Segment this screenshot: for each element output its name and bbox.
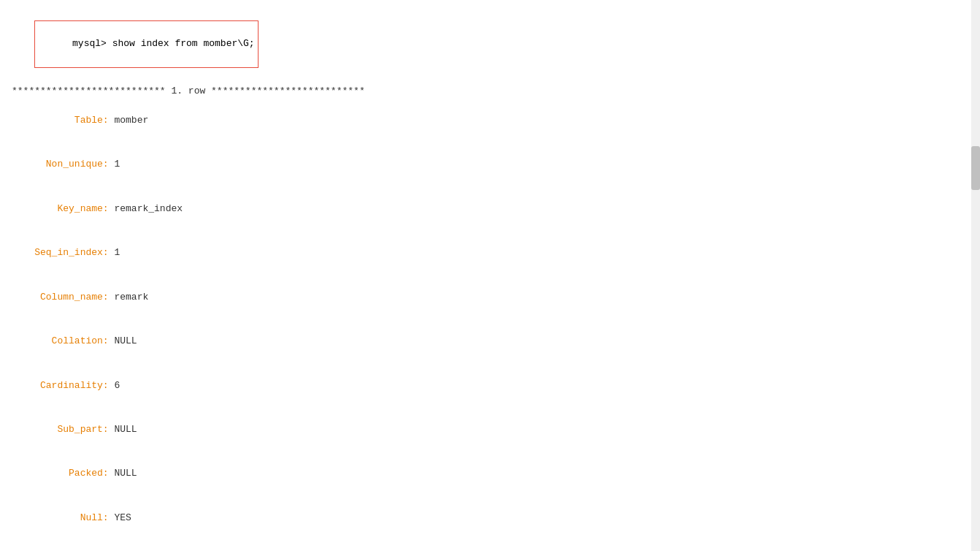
field-value-collation: NULL	[109, 335, 137, 346]
scrollbar-thumb[interactable]	[971, 146, 980, 190]
field-label-null: Null:	[34, 512, 108, 523]
field-value-subpart: NULL	[109, 424, 137, 435]
field-label-columnname: Column_name:	[34, 292, 108, 303]
field-label-keyname: Key_name:	[34, 203, 108, 214]
field-nonunique: Non_unique: 1	[12, 142, 968, 186]
command-text-1: mysql> show index from momber\G;	[72, 38, 255, 49]
field-label-nonunique: Non_unique:	[34, 159, 108, 170]
field-packed: Packed: NULL	[12, 452, 968, 495]
field-value-packed: NULL	[109, 468, 137, 479]
field-value-nonunique: 1	[109, 159, 120, 170]
field-label-packed: Packed:	[34, 468, 108, 479]
terminal-window: mysql> show index from momber\G; *******…	[0, 0, 980, 551]
field-cardinality: Cardinality: 6	[12, 363, 968, 407]
field-keyname: Key_name: remark_index	[12, 187, 968, 231]
field-label-seqinindex: Seq_in_index:	[34, 247, 108, 258]
field-value-columnname: remark	[109, 292, 149, 303]
field-label-subpart: Sub_part:	[34, 424, 108, 435]
separator-line: *************************** 1. row *****…	[12, 84, 968, 99]
command-line-1: mysql> show index from momber\G;	[12, 6, 968, 84]
field-null: Null: YES	[12, 496, 968, 540]
field-table: Table: momber	[12, 99, 968, 142]
scrollbar[interactable]	[971, 0, 980, 551]
field-value-seqinindex: 1	[109, 247, 120, 258]
field-label-collation: Collation:	[34, 335, 108, 346]
command-box-1: mysql> show index from momber\G;	[34, 20, 258, 67]
field-seqinindex: Seq_in_index: 1	[12, 231, 968, 275]
field-label-cardinality: Cardinality:	[34, 380, 108, 391]
field-columnname: Column_name: remark	[12, 276, 968, 319]
field-value-keyname: remark_index	[109, 203, 183, 214]
field-collation: Collation: NULL	[12, 319, 968, 363]
field-label-table: Table:	[34, 115, 108, 126]
field-indextype: Index_type: FULLTEXT	[12, 540, 968, 551]
field-value-table: momber	[109, 115, 149, 126]
field-value-null: YES	[109, 512, 131, 523]
field-subpart: Sub_part: NULL	[12, 408, 968, 452]
field-value-cardinality: 6	[109, 380, 120, 391]
